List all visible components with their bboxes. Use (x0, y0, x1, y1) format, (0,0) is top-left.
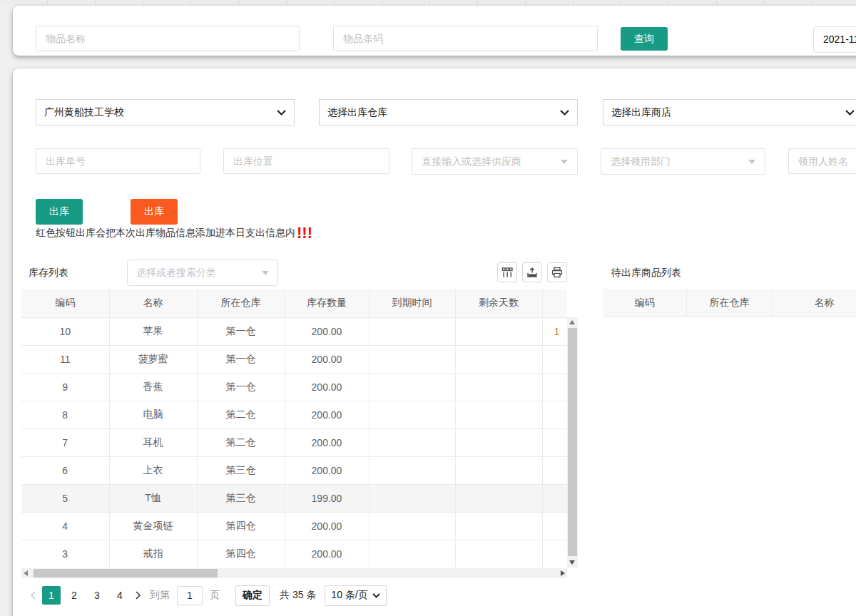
table-row[interactable]: 4 黄金项链 第四仓 200.00 (21, 512, 567, 540)
school-select[interactable]: 广州黄船技工学校 (36, 99, 295, 125)
col-extra: 条码 (542, 289, 567, 317)
col-code: 编码 (21, 289, 109, 317)
col-days: 剩余天数 (455, 289, 542, 317)
table-row[interactable]: 9 香蕉 第一仓 200.00 (21, 373, 567, 401)
table-row-highlighted[interactable]: 5 T恤 第三仓 199.00 (21, 484, 567, 512)
scroll-down-icon[interactable] (569, 560, 575, 565)
page-button-2[interactable]: 2 (65, 586, 83, 605)
inventory-title: 库存列表 (29, 267, 68, 279)
outbound-store-select-value: 选择出库商店 (611, 106, 671, 119)
supplier-select[interactable]: 直接输入或选择供应商 (412, 148, 578, 175)
department-select-placeholder: 选择领用部门 (611, 155, 671, 168)
scroll-up-icon[interactable] (569, 320, 575, 324)
chevron-down-icon (845, 110, 855, 115)
chevron-down-icon (560, 110, 569, 115)
pending-list-title: 待出库商品列表 (611, 267, 681, 279)
outbound-button-green[interactable]: 出库 (36, 199, 83, 225)
chevron-right-icon (136, 591, 141, 600)
outbound-location-input[interactable] (223, 148, 389, 174)
inventory-table: 编码 名称 所在仓库 库存数量 到期时间 剩余天数 条码 10 苹果 第一仓 2 (21, 289, 567, 568)
category-select[interactable]: 选择或者搜索分类 (127, 260, 278, 286)
pending-col-name: 名称 (773, 289, 856, 317)
supplier-select-placeholder: 直接输入或选择供应商 (422, 155, 521, 168)
table-row[interactable]: 8 电脑 第二仓 200.00 (21, 401, 567, 428)
page-size-value: 10 条/页 (331, 589, 367, 602)
outbound-order-no-input[interactable] (36, 148, 200, 174)
pending-list-section: 待出库商品列表 编码 所在仓库 名称 (603, 257, 856, 613)
col-expire: 到期时间 (369, 289, 455, 317)
prev-page-button[interactable] (26, 591, 40, 600)
horizontal-scrollbar-thumb[interactable] (34, 569, 218, 578)
page-size-select[interactable]: 10 条/页 (325, 585, 386, 606)
outbound-button-red[interactable]: 出库 (131, 199, 178, 225)
table-row[interactable]: 7 耳机 第二仓 200.00 (21, 428, 567, 456)
vertical-scrollbar-thumb[interactable] (568, 328, 577, 556)
custom-columns-icon (501, 267, 513, 278)
pagination: 1 2 3 4 到第 页 确定 共 35 条 10 条/页 (26, 581, 578, 610)
caret-down-icon (748, 160, 755, 168)
caret-down-icon (561, 160, 568, 168)
department-select[interactable]: 选择领用部门 (601, 148, 765, 175)
search-panel: 查询 2021-11 (13, 6, 856, 56)
scroll-left-icon[interactable] (24, 570, 28, 576)
col-warehouse: 所在仓库 (197, 289, 285, 317)
print-icon (551, 267, 563, 278)
inventory-section: 库存列表 选择或者搜索分类 (21, 257, 578, 613)
chevron-left-icon (30, 591, 36, 600)
page-button-4[interactable]: 4 (111, 586, 129, 605)
inventory-table-wrap: 编码 名称 所在仓库 库存数量 到期时间 剩余天数 条码 10 苹果 第一仓 2 (21, 289, 567, 568)
confirm-button[interactable]: 确定 (235, 585, 270, 606)
inventory-toolbar: 库存列表 选择或者搜索分类 (21, 257, 578, 289)
page-button-3[interactable]: 3 (88, 586, 106, 605)
col-name: 名称 (109, 289, 197, 317)
page-button-1[interactable]: 1 (42, 586, 61, 605)
recipient-name-input[interactable] (788, 148, 856, 174)
export-icon (526, 267, 538, 278)
table-row[interactable]: 6 上衣 第三仓 200.00 (21, 456, 567, 484)
notice-exclamations: !!! (297, 227, 312, 240)
inventory-header-row: 编码 名称 所在仓库 库存数量 到期时间 剩余天数 条码 (21, 289, 567, 317)
school-select-value: 广州黄船技工学校 (44, 106, 124, 119)
custom-columns-button[interactable] (497, 262, 517, 282)
outbound-store-select[interactable]: 选择出库商店 (603, 99, 856, 125)
table-row[interactable]: 3 戒指 第四仓 200.00 (21, 540, 567, 568)
export-button[interactable] (522, 262, 542, 282)
pending-header-row: 编码 所在仓库 名称 (603, 289, 856, 317)
outbound-warehouse-select-value: 选择出库仓库 (327, 106, 387, 119)
query-button[interactable]: 查询 (621, 27, 668, 51)
pending-col-code: 编码 (603, 289, 687, 317)
jump-suffix-label: 页 (210, 589, 220, 602)
total-count-label: 共 35 条 (280, 589, 316, 602)
outbound-warehouse-select[interactable]: 选择出库仓库 (319, 99, 578, 125)
item-barcode-input[interactable] (333, 26, 598, 51)
jump-page-input[interactable] (177, 586, 203, 605)
background-table-strip (0, 0, 856, 5)
red-button-notice: 红色按钮出库会把本次出库物品信息添加进本日支出信息内 !!! (36, 227, 312, 240)
jump-prefix-label: 到第 (150, 589, 170, 602)
caret-down-icon (262, 271, 269, 279)
chevron-down-icon (372, 593, 380, 598)
col-qty: 库存数量 (285, 289, 369, 317)
next-page-button[interactable] (131, 591, 146, 600)
date-input[interactable]: 2021-11 (813, 26, 856, 53)
print-button[interactable] (547, 262, 567, 282)
pending-col-warehouse: 所在仓库 (687, 289, 773, 317)
table-row[interactable]: 11 菠萝蜜 第一仓 200.00 (21, 345, 567, 373)
notice-text: 红色按钮出库会把本次出库物品信息添加进本日支出信息内 (36, 227, 295, 240)
outbound-panel: 广州黄船技工学校 选择出库仓库 选择出库商店 直接输入或选择供应商 选择领用部门… (13, 68, 856, 616)
scroll-right-icon[interactable] (561, 570, 565, 576)
horizontal-scrollbar[interactable] (21, 568, 567, 578)
table-row[interactable]: 10 苹果 第一仓 200.00 1 (21, 317, 567, 345)
category-select-placeholder: 选择或者搜索分类 (136, 267, 216, 279)
chevron-down-icon (277, 110, 286, 115)
vertical-scrollbar[interactable] (567, 317, 578, 568)
item-name-input[interactable] (36, 26, 300, 51)
